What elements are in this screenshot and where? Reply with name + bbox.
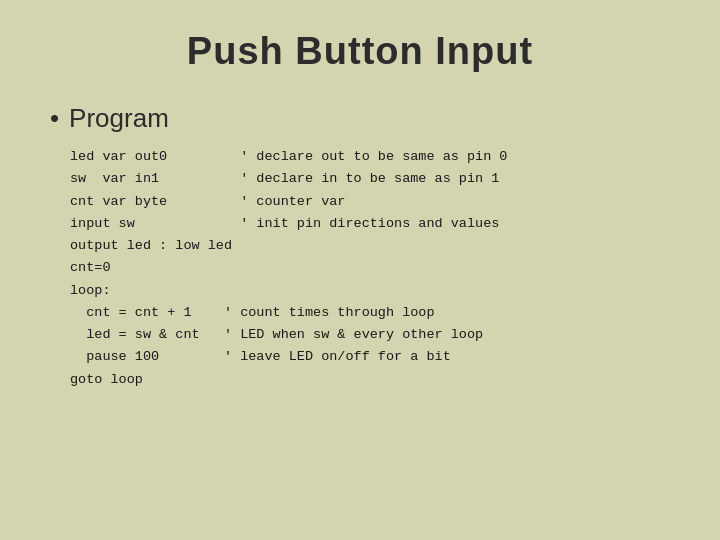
code-block: led var out0 ' declare out to be same as… [70, 146, 670, 391]
bullet-section: • Program led var out0 ' declare out to … [50, 103, 670, 391]
slide: Push Button Input • Program led var out0… [0, 0, 720, 540]
slide-title: Push Button Input [50, 30, 670, 73]
bullet-label: Program [69, 103, 169, 134]
bullet-header: • Program [50, 103, 670, 134]
bullet-dot: • [50, 103, 59, 134]
